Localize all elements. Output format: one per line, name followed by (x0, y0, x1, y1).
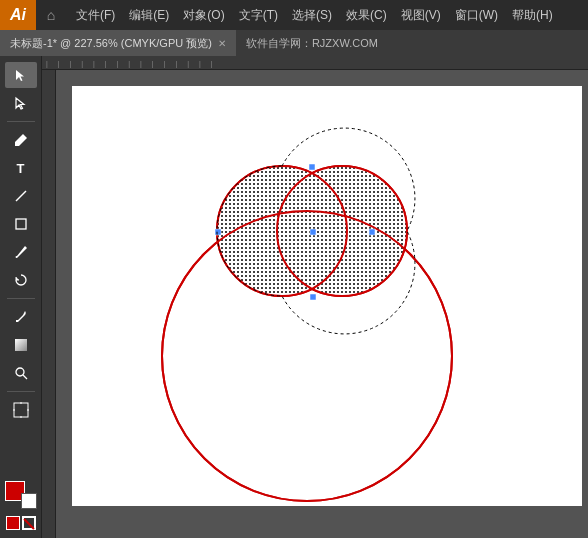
tool-separator-3 (7, 391, 35, 392)
svg-rect-2 (16, 219, 26, 229)
svg-rect-3 (15, 339, 27, 351)
menu-items: 文件(F) 编辑(E) 对象(O) 文字(T) 选择(S) 效果(C) 视图(V… (66, 3, 588, 28)
menu-edit[interactable]: 编辑(E) (123, 3, 175, 28)
menu-file[interactable]: 文件(F) (70, 3, 121, 28)
background-color[interactable] (21, 493, 37, 509)
svg-rect-26 (215, 229, 221, 235)
main-area: T (0, 56, 588, 538)
tool-separator-2 (7, 298, 35, 299)
menu-view[interactable]: 视图(V) (395, 3, 447, 28)
tabbar: 未标题-1* @ 227.56% (CMYK/GPU 预览) ✕ 软件自学网：R… (0, 30, 588, 56)
drawing-canvas[interactable] (72, 86, 582, 506)
svg-rect-28 (310, 294, 316, 300)
app-logo: Ai (0, 0, 36, 30)
tool-eyedropper[interactable] (5, 304, 37, 330)
tool-rotate[interactable] (5, 267, 37, 293)
menu-type[interactable]: 文字(T) (233, 3, 284, 28)
svg-point-4 (16, 368, 24, 376)
tool-type[interactable]: T (5, 155, 37, 181)
tool-artboard[interactable] (5, 397, 37, 423)
svg-rect-6 (14, 403, 28, 417)
tool-pen[interactable] (5, 127, 37, 153)
ruler-vertical (42, 70, 56, 538)
menu-object[interactable]: 对象(O) (177, 3, 230, 28)
artboard (72, 86, 582, 506)
tool-color-area (5, 481, 37, 530)
tab-active-label: 未标题-1* @ 227.56% (CMYK/GPU 预览) (10, 36, 212, 51)
canvas-area[interactable]: | | | | | | | | | | | | | | | (42, 56, 588, 538)
tool-brush[interactable] (5, 239, 37, 265)
tab-active[interactable]: 未标题-1* @ 227.56% (CMYK/GPU 预览) ✕ (0, 30, 236, 56)
tool-direct-selection[interactable] (5, 90, 37, 116)
tab-close-icon[interactable]: ✕ (218, 38, 226, 49)
tab-secondary[interactable]: 软件自学网：RJZXW.COM (236, 30, 388, 56)
svg-rect-27 (310, 229, 316, 235)
tool-zoom[interactable] (5, 360, 37, 386)
tool-selection[interactable] (5, 62, 37, 88)
svg-rect-25 (309, 164, 315, 170)
tab-secondary-label: 软件自学网：RJZXW.COM (246, 36, 378, 51)
svg-line-5 (23, 375, 27, 379)
ruler-h-ticks: | | | | | | | | | | | | | | | (46, 60, 217, 67)
menu-effect[interactable]: 效果(C) (340, 3, 393, 28)
svg-rect-29 (369, 229, 375, 235)
svg-point-0 (16, 143, 18, 145)
svg-point-21 (278, 167, 407, 296)
tool-line[interactable] (5, 183, 37, 209)
menu-help[interactable]: 帮助(H) (506, 3, 559, 28)
tool-gradient[interactable] (5, 332, 37, 358)
toolbar: T (0, 56, 42, 538)
svg-line-1 (16, 191, 26, 201)
ruler-horizontal: | | | | | | | | | | | | | | | (42, 56, 588, 70)
tool-shape[interactable] (5, 211, 37, 237)
stroke-indicator[interactable] (22, 516, 36, 530)
menu-window[interactable]: 窗口(W) (449, 3, 504, 28)
menu-select[interactable]: 选择(S) (286, 3, 338, 28)
fill-indicator[interactable] (6, 516, 20, 530)
color-swap[interactable] (5, 481, 37, 509)
tool-separator (7, 121, 35, 122)
menubar: Ai ⌂ 文件(F) 编辑(E) 对象(O) 文字(T) 选择(S) 效果(C)… (0, 0, 588, 30)
home-icon[interactable]: ⌂ (36, 0, 66, 30)
